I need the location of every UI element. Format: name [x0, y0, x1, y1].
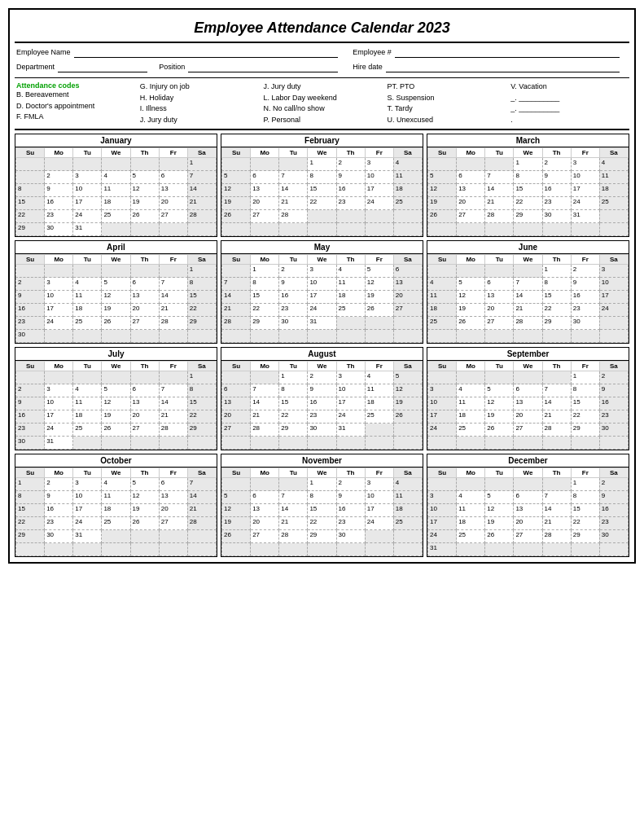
cal-cell[interactable] — [159, 223, 187, 236]
cal-cell[interactable] — [514, 543, 542, 556]
cal-cell[interactable]: 14 — [159, 397, 187, 410]
cal-cell[interactable]: 25 — [457, 424, 485, 437]
cal-cell[interactable]: 9 — [279, 278, 308, 291]
cal-cell[interactable]: 2 — [599, 371, 628, 384]
cal-cell[interactable]: 23 — [599, 410, 628, 424]
cal-cell[interactable]: 5 — [130, 171, 159, 184]
cal-cell[interactable]: 13 — [514, 504, 542, 517]
cal-cell[interactable]: 14 — [542, 504, 571, 517]
cal-cell[interactable]: 25 — [457, 530, 485, 543]
cal-cell[interactable] — [457, 543, 485, 556]
cal-cell[interactable]: 21 — [485, 197, 514, 210]
cal-cell[interactable] — [187, 223, 216, 236]
cal-cell[interactable] — [336, 317, 365, 330]
cal-cell[interactable]: 8 — [514, 171, 542, 184]
cal-cell[interactable]: 23 — [45, 517, 73, 530]
cal-cell[interactable]: 5 — [222, 491, 251, 504]
cal-cell[interactable] — [130, 330, 159, 343]
cal-cell[interactable]: 21 — [159, 304, 187, 317]
cal-cell[interactable] — [571, 223, 599, 236]
cal-cell[interactable]: 14 — [251, 397, 279, 410]
cal-cell[interactable]: 7 — [542, 384, 571, 397]
cal-cell[interactable]: 24 — [571, 197, 599, 210]
cal-cell[interactable]: 7 — [222, 278, 251, 291]
cal-cell[interactable]: 6 — [251, 171, 279, 184]
cal-cell[interactable]: 28 — [542, 530, 571, 543]
cal-cell[interactable]: 12 — [102, 291, 130, 304]
cal-cell[interactable]: 11 — [102, 184, 130, 197]
cal-cell[interactable]: 10 — [571, 171, 599, 184]
cal-cell[interactable]: 4 — [428, 278, 457, 291]
cal-cell[interactable]: 18 — [102, 504, 130, 517]
cal-cell[interactable] — [102, 330, 130, 343]
cal-cell[interactable]: 30 — [16, 437, 45, 450]
cal-cell[interactable]: 30 — [571, 317, 599, 330]
cal-cell[interactable]: 24 — [599, 304, 628, 317]
cal-cell[interactable]: 17 — [45, 410, 73, 424]
cal-cell[interactable]: 4 — [102, 171, 130, 184]
cal-cell[interactable]: 12 — [130, 184, 159, 197]
cal-cell[interactable]: 19 — [130, 197, 159, 210]
cal-cell[interactable]: 7 — [542, 491, 571, 504]
cal-cell[interactable]: 26 — [457, 317, 485, 330]
cal-cell[interactable] — [336, 330, 365, 343]
position-line[interactable] — [188, 61, 338, 72]
cal-cell[interactable] — [251, 543, 279, 556]
cal-cell[interactable]: 20 — [514, 517, 542, 530]
cal-cell[interactable] — [251, 330, 279, 343]
cal-cell[interactable]: 22 — [16, 517, 45, 530]
cal-cell[interactable]: 12 — [102, 397, 130, 410]
cal-cell[interactable]: 5 — [393, 371, 422, 384]
cal-cell[interactable]: 20 — [130, 410, 159, 424]
cal-cell[interactable]: 3 — [73, 171, 102, 184]
cal-cell[interactable]: 11 — [102, 491, 130, 504]
cal-cell[interactable]: 2 — [336, 158, 365, 171]
cal-cell[interactable] — [222, 330, 251, 343]
cal-cell[interactable]: 5 — [130, 478, 159, 491]
cal-cell[interactable]: 4 — [73, 384, 102, 397]
cal-cell[interactable]: 18 — [428, 304, 457, 317]
cal-cell[interactable]: 24 — [45, 424, 73, 437]
cal-cell[interactable]: 28 — [222, 317, 251, 330]
cal-cell[interactable]: 22 — [571, 517, 599, 530]
cal-cell[interactable]: 20 — [159, 504, 187, 517]
cal-cell[interactable]: 15 — [187, 291, 216, 304]
cal-cell[interactable]: 11 — [457, 397, 485, 410]
cal-cell[interactable] — [336, 210, 365, 223]
cal-cell[interactable] — [73, 437, 102, 450]
cal-cell[interactable]: 26 — [222, 210, 251, 223]
cal-cell[interactable] — [187, 330, 216, 343]
cal-cell[interactable]: 5 — [102, 278, 130, 291]
cal-cell[interactable]: 18 — [336, 291, 365, 304]
cal-cell[interactable]: 8 — [187, 278, 216, 291]
cal-cell[interactable] — [336, 543, 365, 556]
cal-cell[interactable]: 27 — [251, 530, 279, 543]
cal-cell[interactable]: 6 — [159, 478, 187, 491]
cal-cell[interactable]: 5 — [102, 384, 130, 397]
cal-cell[interactable]: 26 — [485, 530, 514, 543]
cal-cell[interactable]: 9 — [308, 384, 336, 397]
cal-cell[interactable]: 14 — [159, 291, 187, 304]
cal-cell[interactable]: 4 — [393, 158, 422, 171]
cal-cell[interactable]: 7 — [159, 278, 187, 291]
cal-cell[interactable] — [542, 543, 571, 556]
cal-cell[interactable] — [336, 437, 365, 450]
cal-cell[interactable]: 23 — [279, 304, 308, 317]
cal-cell[interactable]: 28 — [279, 530, 308, 543]
cal-cell[interactable] — [571, 330, 599, 343]
cal-cell[interactable]: 13 — [251, 504, 279, 517]
cal-cell[interactable]: 4 — [365, 371, 393, 384]
cal-cell[interactable]: 28 — [279, 210, 308, 223]
cal-cell[interactable] — [73, 330, 102, 343]
cal-cell[interactable]: 12 — [222, 184, 251, 197]
cal-cell[interactable] — [485, 478, 514, 491]
cal-cell[interactable]: 17 — [45, 304, 73, 317]
cal-cell[interactable] — [159, 530, 187, 543]
cal-cell[interactable]: 7 — [187, 171, 216, 184]
cal-cell[interactable] — [279, 437, 308, 450]
cal-cell[interactable] — [457, 478, 485, 491]
cal-cell[interactable] — [365, 210, 393, 223]
cal-cell[interactable]: 16 — [45, 504, 73, 517]
cal-cell[interactable]: 18 — [457, 517, 485, 530]
cal-cell[interactable]: 8 — [279, 384, 308, 397]
